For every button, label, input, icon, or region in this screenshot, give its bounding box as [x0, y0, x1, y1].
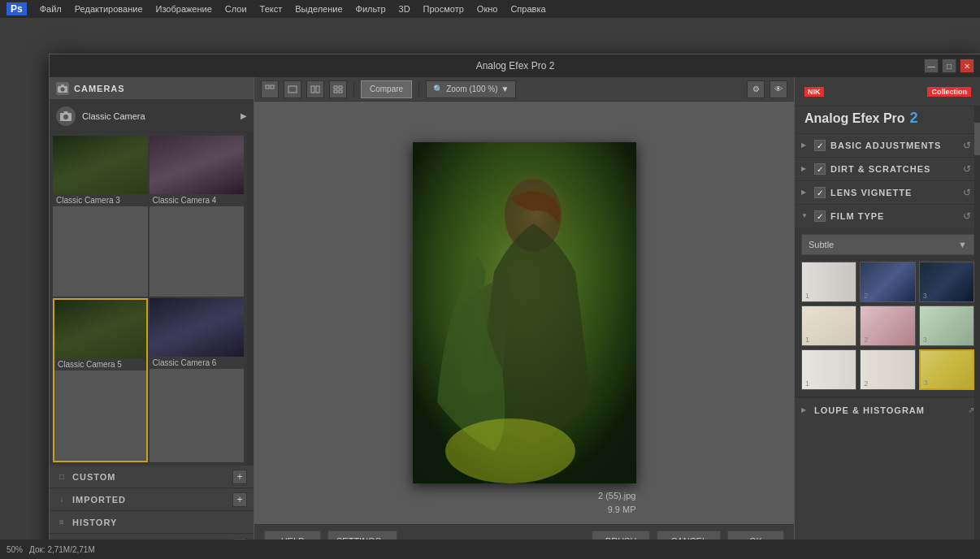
- dirt-scratches-triangle: ▶: [801, 165, 809, 173]
- film-swatch-num-2-3: 3: [923, 336, 927, 344]
- film-type-title: FILM TYPE: [830, 211, 955, 221]
- film-swatch-num-3-1: 1: [805, 379, 809, 388]
- canvas-filename: 2 (55).jpg: [598, 489, 635, 503]
- svg-rect-7: [271, 85, 274, 89]
- single-view-button[interactable]: [284, 80, 301, 98]
- film-type-checkbox[interactable]: ✓: [814, 210, 826, 222]
- app-title: Analog Efex Pro: [804, 111, 905, 126]
- layout-icon-button[interactable]: [261, 80, 279, 98]
- menu-help[interactable]: Справка: [510, 4, 545, 14]
- camera-thumb-6[interactable]: Classic Camera 6: [150, 298, 245, 462]
- compare-button[interactable]: Compare: [361, 80, 412, 98]
- settings-gear-button[interactable]: ⚙: [747, 80, 765, 98]
- svg-point-4: [63, 115, 68, 119]
- history-section[interactable]: ≡ HISTORY: [50, 511, 254, 534]
- right-panel-scrollbar[interactable]: [974, 106, 980, 557]
- film-type-reset[interactable]: ↺: [960, 209, 974, 223]
- menu-edit[interactable]: Редактирование: [75, 4, 143, 14]
- loupe-histogram-section[interactable]: ▶ LOUPE & HISTOGRAM ⇗: [795, 397, 980, 422]
- camera-arrow-icon: ▶: [241, 111, 247, 120]
- ps-zoom-level: 50%: [7, 545, 23, 554]
- svg-rect-6: [266, 85, 269, 89]
- canvas-image-info: 2 (55).jpg 9.9 MP: [598, 489, 635, 516]
- eye-visibility-button[interactable]: 👁: [770, 80, 787, 98]
- dirt-scratches-checkbox[interactable]: ✓: [814, 163, 826, 175]
- camera-thumb-img-3: [53, 136, 148, 194]
- camera-scrollbar[interactable]: [247, 132, 254, 466]
- film-swatch-num-2-1: 1: [805, 336, 809, 344]
- right-scrollbar-thumb[interactable]: [974, 123, 980, 155]
- basic-adjustments-checkbox[interactable]: ✓: [814, 140, 826, 151]
- svg-rect-11: [334, 86, 337, 89]
- lens-vignette-title: LENS VIGNETTE: [830, 188, 955, 197]
- film-swatch-3-3[interactable]: 3: [919, 349, 974, 390]
- film-swatch-2-2[interactable]: 2: [860, 306, 915, 346]
- maximize-button[interactable]: □: [942, 58, 956, 73]
- minimize-button[interactable]: —: [924, 58, 939, 73]
- svg-rect-13: [334, 90, 337, 93]
- nik-brand-badge: NIK: [804, 87, 824, 97]
- zoom-dropdown-arrow: ▼: [501, 84, 510, 93]
- lens-vignette-header[interactable]: ▶ ✓ LENS VIGNETTE ↺: [795, 181, 980, 204]
- lens-vignette-section: ▶ ✓ LENS VIGNETTE ↺: [795, 181, 980, 205]
- film-swatch-2-1[interactable]: 1: [801, 306, 856, 346]
- camera-thumb-img-5: [54, 300, 146, 358]
- basic-adjustments-header[interactable]: ▶ ✓ BASIC ADJUSTMENTS ↺: [795, 134, 980, 157]
- camera-thumb-img-6: [150, 298, 245, 357]
- lens-vignette-reset[interactable]: ↺: [960, 185, 974, 200]
- menu-select[interactable]: Выделение: [295, 4, 342, 14]
- split-view-button[interactable]: [306, 80, 324, 98]
- cameras-label: CAMERAS: [74, 84, 247, 93]
- menu-layers[interactable]: Слои: [225, 4, 247, 14]
- camera-thumb-4[interactable]: Classic Camera 4: [150, 136, 245, 297]
- imported-section-icon: ↓: [56, 494, 67, 505]
- dirt-scratches-header[interactable]: ▶ ✓ DIRT & SCRATCHES ↺: [795, 158, 980, 180]
- menu-text[interactable]: Текст: [260, 4, 283, 14]
- svg-rect-5: [64, 111, 68, 114]
- menu-filter[interactable]: Фильтр: [356, 4, 386, 14]
- imported-section[interactable]: ↓ IMPORTED +: [50, 488, 254, 511]
- film-swatch-3-1[interactable]: 1: [801, 349, 856, 390]
- selected-camera-row[interactable]: Classic Camera ▶: [50, 100, 254, 132]
- camera-thumb-5[interactable]: Classic Camera 5: [53, 298, 148, 462]
- canvas-megapixels: 9.9 MP: [598, 503, 635, 517]
- film-swatch-num-1-1: 1: [805, 292, 809, 300]
- cameras-section-header: CAMERAS: [50, 77, 254, 100]
- svg-rect-12: [339, 86, 342, 89]
- custom-section-icon: □: [56, 471, 67, 483]
- quad-view-button[interactable]: [329, 80, 347, 98]
- custom-add-button[interactable]: +: [232, 470, 247, 484]
- menu-view[interactable]: Просмотр: [423, 4, 464, 14]
- loupe-triangle: ▶: [801, 406, 809, 414]
- svg-point-18: [445, 418, 575, 483]
- ps-logo: Ps: [7, 2, 27, 15]
- lens-vignette-triangle: ▶: [801, 188, 809, 197]
- dialog-titlebar-buttons: — □ ✕: [924, 58, 974, 73]
- menu-file[interactable]: Файл: [40, 4, 62, 14]
- collection-label: Collection: [927, 87, 971, 97]
- right-panel: NIK Collection Analog Efex Pro 2 ▶ ✓ BAS…: [794, 77, 980, 557]
- camera-thumb-3[interactable]: Classic Camera 3: [53, 136, 148, 297]
- film-swatch-1-3[interactable]: 3: [919, 262, 974, 302]
- canvas-area: Compare 🔍 Zoom (100 %) ▼ ⚙ 👁: [254, 77, 794, 557]
- menu-window[interactable]: Окно: [477, 4, 498, 14]
- film-type-dropdown[interactable]: Subtle ▼: [801, 234, 974, 255]
- film-swatch-2-3[interactable]: 3: [919, 306, 974, 346]
- lens-vignette-checkbox[interactable]: ✓: [814, 187, 826, 198]
- custom-section[interactable]: □ CUSTOM +: [50, 466, 254, 488]
- film-type-content: Subtle ▼ 1 2: [795, 228, 980, 396]
- custom-section-label: CUSTOM: [72, 472, 228, 482]
- film-swatch-1-2[interactable]: 2: [860, 262, 915, 302]
- zoom-control[interactable]: 🔍 Zoom (100 %) ▼: [426, 80, 516, 98]
- menu-3d[interactable]: 3D: [399, 4, 410, 14]
- close-button[interactable]: ✕: [960, 58, 974, 73]
- film-type-triangle: ▼: [801, 212, 809, 220]
- film-type-header[interactable]: ▼ ✓ FILM TYPE ↺: [795, 205, 980, 228]
- dirt-scratches-reset[interactable]: ↺: [960, 162, 974, 176]
- film-swatch-3-2[interactable]: 2: [860, 349, 915, 390]
- app-version: 2: [910, 110, 918, 127]
- menu-image[interactable]: Изображение: [156, 4, 212, 14]
- basic-adjustments-reset[interactable]: ↺: [960, 138, 974, 153]
- imported-add-button[interactable]: +: [232, 492, 247, 507]
- film-swatch-1-1[interactable]: 1: [801, 262, 856, 302]
